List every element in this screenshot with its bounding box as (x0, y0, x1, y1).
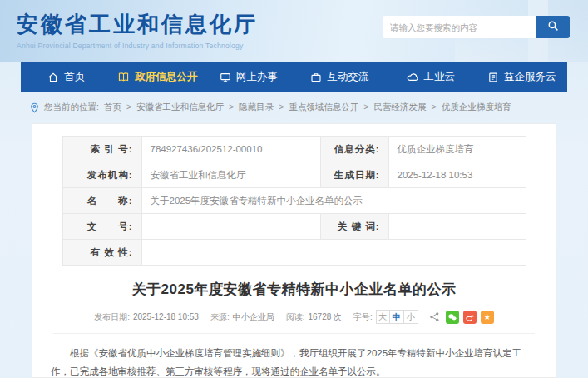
search-icon (547, 20, 559, 34)
site-brand: 安徽省工业和信息化厅 Anhui Provincial Department o… (17, 10, 258, 50)
breadcrumb-item-department[interactable]: 安徽省工业和信息化厅 (121, 102, 224, 113)
nav-item-interaction[interactable]: 互动交流 (294, 62, 386, 92)
breadcrumb-item-home[interactable]: 首页 (104, 102, 121, 113)
search-box (383, 16, 570, 38)
main-nav: 首页 政府信息公开 网上办事 互动交流 工业云 益企服务云 (21, 62, 567, 92)
breadcrumb-prefix: 您当前的位置: (44, 102, 99, 113)
breadcrumb-item-hidden-directory[interactable]: 隐藏目录 (224, 102, 274, 113)
font-size-label: 字号: (353, 311, 373, 323)
open-book-icon (117, 71, 130, 83)
nav-item-industry-cloud[interactable]: 工业云 (385, 62, 477, 92)
breadcrumb-item-key-info[interactable]: 重点领域信息公开 (274, 102, 358, 113)
publisher-value: 安徽省工业和信息化厅 (141, 162, 320, 188)
article-paragraph: 根据《安徽省优质中小企业梯度培育管理实施细则》，我厅组织开展了2025年专精特新… (51, 344, 537, 378)
source-label: 来源: (210, 311, 230, 323)
site-subtitle: Anhui Provincial Department of Industry … (17, 42, 258, 50)
font-size-small-button[interactable]: 小 (404, 310, 418, 324)
breadcrumb-item-private-economy[interactable]: 民营经济发展 (358, 102, 426, 113)
publisher-label: 发布机构: (62, 162, 141, 188)
site-header: 安徽省工业和信息化厅 Anhui Provincial Department o… (0, 0, 588, 62)
table-row: 有 效 性: (62, 240, 526, 266)
location-pin-icon (30, 102, 39, 113)
breadcrumb: 您当前的位置: 首页 安徽省工业和信息化厅 隐藏目录 重点领域信息公开 民营经济… (30, 92, 558, 123)
validity-label: 有 效 性: (62, 240, 141, 266)
nav-item-label: 互动交流 (327, 70, 368, 84)
favorite-icon[interactable]: ★ (481, 311, 494, 324)
nav-item-home[interactable]: 首页 (21, 62, 112, 92)
share-buttons: ★ (428, 311, 494, 324)
generated-date-value: 2025-12-18 10:53 (388, 162, 526, 188)
index-number-label: 索 引 号: (62, 137, 141, 162)
table-row: 索 引 号: 784927436/202512-00010 信息分类: 优质企业… (62, 137, 526, 162)
briefcase-icon (310, 72, 322, 83)
doc-number-value (141, 214, 320, 240)
nav-item-online-services[interactable]: 网上办事 (203, 62, 294, 92)
home-icon (47, 72, 59, 83)
index-number-value: 784927436/202512-00010 (141, 137, 320, 162)
search-input[interactable] (383, 16, 536, 38)
nav-item-gov-info[interactable]: 政府信息公开 (112, 62, 204, 92)
table-row: 名 称: 关于2025年度安徽省专精特新中小企业名单的公示 (62, 188, 526, 214)
content-card: 索 引 号: 784927436/202512-00010 信息分类: 优质企业… (32, 123, 556, 378)
nav-item-label: 首页 (64, 70, 85, 84)
article-meta: 发布日期: 2025-12-18 10:53 来源: 中小企业局 阅读: 167… (53, 310, 535, 334)
wechat-icon[interactable] (446, 311, 459, 324)
validity-value (141, 240, 526, 266)
font-size-medium-button[interactable]: 中 (390, 310, 404, 324)
nav-item-label: 工业云 (424, 70, 456, 84)
font-size-large-button[interactable]: 大 (376, 310, 390, 324)
nav-item-label: 益企服务云 (504, 70, 556, 84)
publish-date-label: 发布日期: (94, 311, 130, 323)
article-title: 关于2025年度安徽省专精特新中小企业名单的公示 (32, 280, 556, 299)
info-table: 索 引 号: 784927436/202512-00010 信息分类: 优质企业… (62, 136, 526, 266)
info-category-value: 优质企业梯度培育 (388, 137, 526, 162)
share-icon[interactable] (428, 311, 442, 324)
keywords-value (388, 214, 526, 240)
views-label: 阅读: (286, 311, 305, 323)
nav-item-label: 政府信息公开 (135, 70, 197, 84)
cloud-icon (407, 71, 419, 83)
nav-item-enterprise-service-cloud[interactable]: 益企服务云 (477, 62, 568, 92)
name-label: 名 称: (62, 188, 141, 214)
nav-item-label: 网上办事 (236, 70, 278, 84)
views-value: 16728 次 (308, 311, 342, 323)
generated-date-label: 生成日期: (320, 162, 388, 188)
info-category-label: 信息分类: (320, 137, 388, 162)
monitor-icon (220, 72, 231, 83)
font-size-selector: 大 中 小 (376, 310, 418, 324)
breadcrumb-item-enterprise-cultivation[interactable]: 优质企业梯度培育 (426, 102, 511, 113)
document-icon (487, 72, 499, 83)
doc-number-label: 文 号: (62, 214, 141, 240)
keywords-label: 关 键 词: (320, 214, 388, 240)
site-title: 安徽省工业和信息化厅 (17, 10, 258, 39)
name-value: 关于2025年度安徽省专精特新中小企业名单的公示 (141, 188, 526, 214)
search-button[interactable] (536, 16, 570, 38)
source-value: 中小企业局 (233, 311, 274, 323)
publish-date-value: 2025-12-18 10:53 (133, 312, 199, 321)
article-body: 根据《安徽省优质中小企业梯度培育管理实施细则》，我厅组织开展了2025年专精特新… (32, 334, 556, 378)
table-row: 文 号: 关 键 词: (62, 214, 526, 240)
weibo-icon[interactable] (463, 311, 477, 324)
table-row: 发布机构: 安徽省工业和信息化厅 生成日期: 2025-12-18 10:53 (62, 162, 526, 188)
